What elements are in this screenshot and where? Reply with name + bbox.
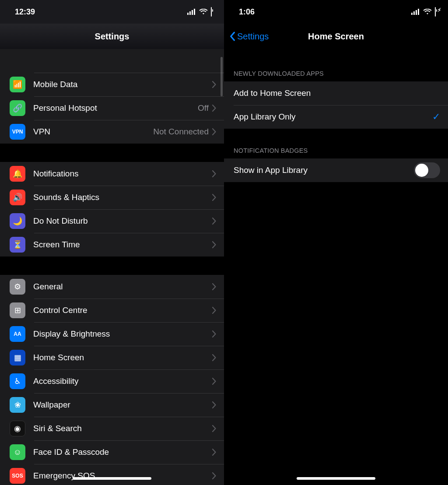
row-value: Not Connected bbox=[153, 127, 209, 137]
row-label: Do Not Disturb bbox=[33, 216, 212, 226]
settings-row-accessibility[interactable]: ♿︎Accessibility bbox=[0, 369, 224, 393]
row-label: Siri & Search bbox=[33, 424, 212, 433]
section-header-newly-downloaded: Newly Downloaded Apps bbox=[224, 49, 448, 81]
sos-icon: SOS bbox=[10, 468, 25, 484]
battery-icon bbox=[211, 7, 212, 17]
notifications-icon: 🔔 bbox=[10, 166, 25, 182]
svg-rect-5 bbox=[413, 11, 415, 15]
battery-charging-icon: ⚡︎ bbox=[435, 7, 436, 17]
option-app-library-only[interactable]: App Library Only ✓ bbox=[224, 105, 448, 129]
home-screen-icon: ▦ bbox=[10, 350, 25, 366]
general-icon: ⚙︎ bbox=[10, 279, 25, 295]
status-time: 12:39 bbox=[15, 7, 35, 17]
row-label: Control Centre bbox=[33, 306, 212, 315]
row-label: Face ID & Passcode bbox=[33, 447, 212, 457]
nav-bar: Settings bbox=[0, 24, 224, 49]
chevron-right-icon bbox=[212, 330, 216, 337]
control-centre-icon: ⊞ bbox=[10, 302, 25, 318]
svg-rect-4 bbox=[411, 13, 413, 15]
settings-row-screen-time[interactable]: ⏳Screen Time bbox=[0, 233, 224, 257]
back-button[interactable]: Settings bbox=[229, 32, 269, 42]
settings-row-wallpaper[interactable]: ❀Wallpaper bbox=[0, 393, 224, 417]
faceid-icon: ☺ bbox=[10, 444, 25, 460]
settings-row-personal-hotspot[interactable]: 🔗Personal HotspotOff bbox=[0, 96, 224, 120]
chevron-right-icon bbox=[212, 241, 216, 248]
settings-row-do-not-disturb[interactable]: 🌙Do Not Disturb bbox=[0, 209, 224, 233]
svg-rect-2 bbox=[192, 10, 193, 15]
row-label: Personal Hotspot bbox=[33, 103, 198, 113]
settings-row-vpn[interactable]: VPNVPNNot Connected bbox=[0, 120, 224, 144]
row-label: General bbox=[33, 282, 212, 292]
scrollbar[interactable] bbox=[220, 57, 223, 96]
screentime-icon: ⏳ bbox=[10, 237, 25, 253]
home-indicator[interactable] bbox=[73, 477, 151, 480]
display-icon: AA bbox=[10, 326, 25, 342]
chevron-right-icon bbox=[212, 401, 216, 408]
home-indicator[interactable] bbox=[297, 477, 375, 480]
row-label: Notifications bbox=[33, 169, 212, 179]
checkmark-icon: ✓ bbox=[432, 111, 440, 123]
svg-rect-3 bbox=[194, 9, 195, 15]
settings-list[interactable]: 📶Mobile Data🔗Personal HotspotOffVPNVPNNo… bbox=[0, 49, 224, 485]
sounds-icon: 🔊 bbox=[10, 190, 25, 205]
row-label: Screen Time bbox=[33, 240, 212, 250]
nav-bar: Settings Home Screen bbox=[224, 24, 448, 49]
status-bar-right: 1:06 ⚡︎ bbox=[224, 0, 448, 24]
chevron-right-icon bbox=[212, 194, 216, 201]
chevron-right-icon bbox=[212, 170, 216, 177]
toggle-show-in-app-library[interactable]: Show in App Library bbox=[224, 158, 448, 182]
settings-row-display-brightness[interactable]: AADisplay & Brightness bbox=[0, 322, 224, 346]
settings-row-control-centre[interactable]: ⊞Control Centre bbox=[0, 299, 224, 322]
home-screen-settings: 1:06 ⚡︎ Settings Home Screen Newly Downl… bbox=[224, 0, 448, 485]
vpn-icon: VPN bbox=[10, 124, 25, 140]
wallpaper-icon: ❀ bbox=[10, 397, 25, 413]
partial-row-top bbox=[0, 49, 224, 73]
row-label: Accessibility bbox=[33, 376, 212, 386]
status-time: 1:06 bbox=[239, 7, 255, 17]
chevron-right-icon bbox=[212, 449, 216, 456]
antenna-icon: 📶 bbox=[10, 77, 25, 92]
settings-row-emergency-sos[interactable]: SOSEmergency SOS bbox=[0, 464, 224, 485]
status-icons bbox=[187, 7, 212, 17]
back-label: Settings bbox=[237, 32, 269, 42]
svg-rect-1 bbox=[189, 11, 191, 15]
section-header-notification-badges: Notification Badges bbox=[224, 147, 448, 158]
chevron-right-icon bbox=[212, 307, 216, 314]
settings-row-general[interactable]: ⚙︎General bbox=[0, 275, 224, 299]
settings-row-mobile-data[interactable]: 📶Mobile Data bbox=[0, 73, 224, 96]
option-label: App Library Only bbox=[234, 112, 432, 122]
row-label: VPN bbox=[33, 127, 153, 137]
settings-row-notifications[interactable]: 🔔Notifications bbox=[0, 162, 224, 186]
settings-row-siri-search[interactable]: ◉Siri & Search bbox=[0, 417, 224, 440]
accessibility-icon: ♿︎ bbox=[10, 373, 25, 389]
settings-row-sounds-haptics[interactable]: 🔊Sounds & Haptics bbox=[0, 186, 224, 209]
row-label: Home Screen bbox=[33, 353, 212, 362]
wifi-icon bbox=[199, 9, 208, 15]
signal-icon bbox=[187, 9, 196, 15]
svg-rect-6 bbox=[416, 10, 417, 15]
settings-row-home-screen[interactable]: ▦Home Screen bbox=[0, 346, 224, 369]
signal-icon bbox=[411, 9, 420, 15]
row-value: Off bbox=[198, 103, 209, 113]
wifi-icon bbox=[423, 9, 432, 15]
chevron-right-icon bbox=[212, 105, 216, 112]
chevron-right-icon bbox=[212, 128, 216, 135]
svg-rect-7 bbox=[418, 9, 419, 15]
row-label: Display & Brightness bbox=[33, 329, 212, 339]
row-label: Wallpaper bbox=[33, 400, 212, 410]
settings-screen: 12:39 Settings 📶Mobile Data🔗Personal Hot… bbox=[0, 0, 224, 485]
switch[interactable] bbox=[414, 162, 440, 178]
status-icons: ⚡︎ bbox=[411, 7, 436, 17]
settings-row-face-id-passcode[interactable]: ☺Face ID & Passcode bbox=[0, 440, 224, 464]
chevron-right-icon bbox=[212, 354, 216, 361]
chevron-right-icon bbox=[212, 378, 216, 385]
home-screen-options[interactable]: Newly Downloaded Apps Add to Home Screen… bbox=[224, 49, 448, 485]
chevron-right-icon bbox=[212, 218, 216, 225]
row-label: Mobile Data bbox=[33, 80, 212, 89]
chevron-right-icon bbox=[212, 283, 216, 290]
chevron-right-icon bbox=[212, 81, 216, 88]
option-add-to-home-screen[interactable]: Add to Home Screen bbox=[224, 81, 448, 105]
toggle-label: Show in App Library bbox=[234, 165, 414, 175]
svg-rect-0 bbox=[187, 13, 189, 15]
hotspot-icon: 🔗 bbox=[10, 100, 25, 116]
